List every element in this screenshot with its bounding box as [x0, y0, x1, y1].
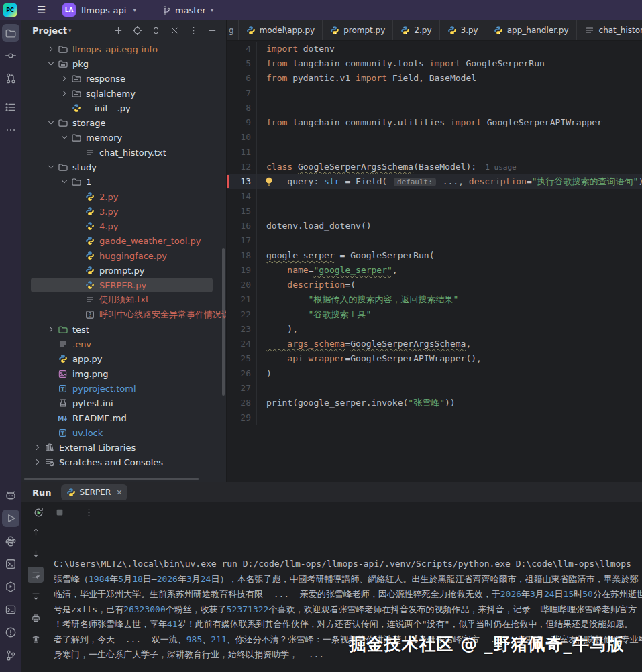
- project-name[interactable]: llmops-api: [81, 5, 126, 15]
- tree-item-pytest.ini[interactable]: pytest.ini: [21, 396, 221, 410]
- run-toolbar-stop-icon[interactable]: [52, 505, 67, 520]
- tree-item-pkg[interactable]: pkg: [21, 56, 221, 71]
- text-file-icon: [85, 147, 95, 158]
- stripe-button-terminal-icon[interactable]: [2, 601, 19, 618]
- tree-item-label: External Libraries: [59, 443, 136, 453]
- console-line: 临清，毕业于郑州大学。生前系苏州研途教育科技有限 ... 亲爱的张雪峰老师，因心…: [54, 587, 642, 602]
- editor-tab-model_app.py[interactable]: model\app.py: [239, 20, 323, 40]
- console-toolbar-print-icon[interactable]: [28, 610, 44, 626]
- project-toolbar-plus-icon[interactable]: [111, 23, 125, 38]
- run-tab-serper[interactable]: SERPER ✕: [61, 484, 128, 500]
- horizontal-scrollbar[interactable]: [24, 478, 199, 480]
- tree-item-study[interactable]: study: [21, 160, 221, 174]
- editor-tab-g[interactable]: g: [227, 20, 239, 40]
- editor-tab-chat_history.t[interactable]: chat_history.t: [577, 20, 642, 40]
- tree-item-huggingface.py[interactable]: huggingface.py: [21, 248, 221, 263]
- stripe-button-run-icon[interactable]: [2, 510, 19, 527]
- run-tab-label: SERPER: [80, 488, 111, 497]
- run-panel-title[interactable]: Run: [32, 488, 52, 498]
- python-icon: [246, 25, 256, 35]
- tree-item-label: pyproject.toml: [72, 384, 136, 394]
- console-toolbar-scroll-end-icon[interactable]: [28, 588, 44, 604]
- run-panel-header: Run SERPER ✕: [21, 482, 642, 502]
- more-icon: [84, 508, 94, 518]
- tree-item-llmops_api.egg-info[interactable]: llmops_api.egg-info: [21, 42, 221, 56]
- editor-tab-3.py[interactable]: 3.py: [440, 20, 486, 40]
- project-toolbar-expand-icon[interactable]: [148, 23, 163, 38]
- tree-item-label: prompt.py: [99, 266, 144, 276]
- run-toolbar-more-icon[interactable]: [81, 505, 96, 520]
- tree-item-sqlalchemy[interactable]: sqlalchemy: [21, 86, 221, 101]
- project-toolbar-more-icon[interactable]: [186, 23, 201, 38]
- tree-item-gaode_weather_tool.py[interactable]: gaode_weather_tool.py: [21, 233, 221, 248]
- tree-item-storage[interactable]: storage: [21, 115, 221, 130]
- code-line-22: 22 "谷歌搜索工具": [227, 307, 642, 322]
- tree-item-label: study: [72, 162, 97, 172]
- python-icon: [85, 280, 95, 290]
- tree-item-呼叫中心线路安全异常事件情况说明[interactable]: ?呼叫中心线路安全异常事件情况说明: [21, 307, 221, 322]
- tree-item-pyproject.toml[interactable]: Tpyproject.toml: [21, 381, 221, 396]
- tree-item-3.py[interactable]: 3.py: [21, 204, 221, 219]
- tree-item-app.py[interactable]: app.py: [21, 351, 221, 366]
- console-toolbar-down-icon[interactable]: [28, 545, 44, 561]
- tree-item-memory[interactable]: memory: [21, 130, 221, 145]
- tree-item-1[interactable]: 1: [21, 174, 221, 189]
- project-toolbar-locate-icon[interactable]: [129, 23, 144, 38]
- tree-item-label: llmops_api.egg-info: [72, 44, 158, 54]
- tree-item-2.py[interactable]: 2.py: [21, 189, 221, 204]
- tree-item-4.py[interactable]: 4.py: [21, 219, 221, 233]
- up-icon: [31, 527, 41, 537]
- tree-item-README.md[interactable]: MREADME.md: [21, 410, 221, 425]
- stripe-button-commit-icon[interactable]: [2, 47, 19, 64]
- python-icon: [494, 25, 503, 35]
- tree-item-chat_history.txt[interactable]: chat_history.txt: [21, 145, 221, 160]
- project-toolbar-collapse-icon[interactable]: [167, 23, 182, 38]
- stripe-button-problems-icon[interactable]: [2, 624, 19, 641]
- tree-item-label: sqlalchemy: [86, 89, 136, 99]
- tree-item-img.png[interactable]: img.png: [21, 366, 221, 381]
- tree-item-uv.lock[interactable]: Tuv.lock: [21, 425, 221, 440]
- console-line: 張雪峰（1984年5月18日—2026年3月24日），本名張子彪，中國考研輔導講…: [54, 572, 642, 587]
- python-icon: [66, 488, 76, 497]
- code-line-24: 24 args_schema=GoogleSerperArgsSchema,: [227, 337, 642, 351]
- code-editor[interactable]: 4import dotenv5from langchain_community.…: [227, 40, 642, 482]
- scroll-end-icon: [31, 592, 41, 602]
- stripe-button-project-icon[interactable]: [2, 24, 19, 42]
- project-avatar: LA: [62, 3, 76, 17]
- stripe-button-pull-requests-icon[interactable]: [2, 70, 19, 87]
- tree-item-使用须知.txt[interactable]: 使用须知.txt: [21, 292, 221, 307]
- stripe-button-python-packages-icon[interactable]: [2, 533, 19, 550]
- stripe-button-python-console-icon[interactable]: [2, 555, 19, 573]
- editor-tab-2.py[interactable]: 2.py: [393, 20, 439, 40]
- console-toolbar-clear-icon[interactable]: [28, 631, 44, 647]
- project-toolbar-hide-icon[interactable]: [205, 23, 219, 38]
- main-menu-icon[interactable]: ☰: [37, 4, 49, 16]
- editor-tab-app_handler.py[interactable]: app_handler.py: [486, 20, 577, 40]
- branch-selector[interactable]: master ▾: [162, 5, 213, 15]
- run-icon: [5, 512, 17, 524]
- console-toolbar-softwrap-icon[interactable]: [28, 567, 44, 583]
- run-toolbar-rerun-icon[interactable]: [31, 505, 46, 520]
- tool-window-stripe: [0, 20, 21, 672]
- code-line-10: 10: [227, 130, 642, 145]
- editor-area[interactable]: gmodel\app.pyprompt.py2.py3.pyapp_handle…: [227, 20, 642, 482]
- console-toolbar-up-icon[interactable]: [28, 524, 44, 540]
- project-panel-title[interactable]: Project: [32, 25, 67, 36]
- close-icon[interactable]: ✕: [116, 488, 122, 497]
- svg-text:?: ?: [88, 312, 91, 318]
- stripe-button-ai-assistant-icon[interactable]: [2, 487, 19, 504]
- stripe-button-more-tools-icon[interactable]: [2, 121, 19, 139]
- tree-item-.env[interactable]: .env: [21, 337, 221, 351]
- tree-item-External_Libraries[interactable]: External Libraries: [21, 440, 221, 455]
- vertical-scrollbar[interactable]: [222, 248, 225, 396]
- tree-item-SERPER.py[interactable]: SERPER.py: [21, 278, 221, 292]
- tree-item-test[interactable]: test: [21, 322, 221, 337]
- stripe-button-structure-icon[interactable]: [2, 99, 19, 116]
- editor-tab-prompt.py[interactable]: prompt.py: [323, 20, 393, 40]
- tree-item-prompt.py[interactable]: prompt.py: [21, 263, 221, 278]
- tree-item-__init__.py[interactable]: __init__.py: [21, 101, 221, 115]
- tree-item-response[interactable]: response: [21, 71, 221, 86]
- stripe-button-git-icon[interactable]: [2, 647, 19, 664]
- tree-item-Scratches_and_Consoles[interactable]: Scratches and Consoles: [21, 455, 221, 469]
- stripe-button-services-icon[interactable]: [2, 578, 19, 596]
